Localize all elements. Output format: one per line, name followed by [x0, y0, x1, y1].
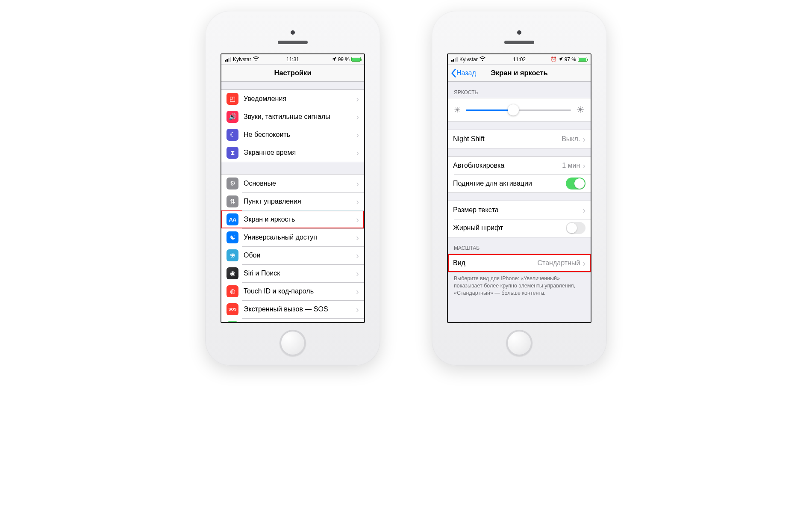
- siri-icon: ◉: [227, 267, 238, 279]
- cell-label: Siri и Поиск: [244, 269, 356, 277]
- cell-general[interactable]: ⚙Основные›: [221, 175, 364, 192]
- toggles-icon: ⇅: [227, 195, 238, 207]
- cell-label: Экран и яркость: [244, 216, 356, 223]
- camera-dot: [291, 30, 295, 35]
- cell-wallpaper[interactable]: ❀Обои›: [221, 246, 364, 264]
- display-settings[interactable]: ЯРКОСТЬ ☀︎ ☀︎ Night Shift Выкл. ›: [448, 82, 591, 322]
- camera-dot: [517, 30, 521, 35]
- chevron-right-icon: ›: [356, 305, 359, 314]
- chevron-right-icon: ›: [356, 233, 359, 242]
- battery-pct: 99 %: [338, 56, 350, 62]
- cell-night-shift[interactable]: Night Shift Выкл. ›: [448, 130, 591, 148]
- carrier-label: Kyivstar: [233, 56, 251, 62]
- cell-touchid[interactable]: ◍Touch ID и код-пароль›: [221, 282, 364, 300]
- back-button[interactable]: Назад: [450, 68, 476, 78]
- chevron-right-icon: ›: [356, 95, 359, 103]
- sun-high-icon: ☀︎: [576, 104, 585, 115]
- cell-bold-text: Жирный шрифт: [448, 219, 591, 237]
- navbar: Настройки: [221, 65, 364, 82]
- chevron-right-icon: ›: [356, 179, 359, 188]
- screen-display-brightness: Kyivstar 11:02 ⏰ 97 % Назад Экран и ярко…: [447, 53, 591, 323]
- page-title: Настройки: [274, 69, 311, 77]
- wifi-icon: [480, 56, 485, 62]
- wifi-icon: [253, 56, 259, 62]
- back-label: Назад: [456, 69, 476, 77]
- cell-screentime[interactable]: ⧗Экранное время›: [221, 144, 364, 162]
- status-bar: Kyivstar 11:02 ⏰ 97 %: [448, 54, 591, 65]
- cell-autolock[interactable]: Автоблокировка 1 мин ›: [448, 157, 591, 175]
- cell-sounds[interactable]: 🔊Звуки, тактильные сигналы›: [221, 108, 364, 126]
- chevron-right-icon: ›: [583, 135, 585, 143]
- chevron-right-icon: ›: [356, 287, 359, 296]
- zoom-header: МАСШТАБ: [448, 237, 591, 254]
- zoom-footer: Выберите вид для iPhone: «Увеличенный» п…: [448, 272, 591, 303]
- cell-label: Не беспокоить: [244, 131, 356, 139]
- iphone-right: Kyivstar 11:02 ⏰ 97 % Назад Экран и ярко…: [432, 11, 607, 366]
- cell-display[interactable]: AAЭкран и яркость›: [221, 210, 364, 228]
- alarm-icon: ⏰: [550, 56, 557, 62]
- page-title: Экран и яркость: [491, 69, 548, 77]
- cell-label: Touch ID и код-пароль: [244, 287, 356, 295]
- navbar: Назад Экран и яркость: [448, 65, 591, 82]
- zoom-label: Вид: [453, 259, 538, 267]
- zoom-value: Стандартный: [538, 259, 580, 267]
- chevron-right-icon: ›: [356, 269, 359, 278]
- chevron-right-icon: ›: [356, 251, 359, 260]
- cell-siri[interactable]: ◉Siri и Поиск›: [221, 264, 364, 282]
- cell-label: Уведомления: [244, 95, 356, 103]
- autolock-value: 1 мин: [562, 162, 580, 169]
- cell-control-center[interactable]: ⇅Пункт управления›: [221, 192, 364, 210]
- cell-battery[interactable]: ▮Аккумулятор›: [221, 318, 364, 322]
- cell-label: Пункт управления: [244, 198, 356, 205]
- chevron-right-icon: ›: [356, 130, 359, 139]
- raise-label: Поднятие для активации: [453, 180, 566, 187]
- square-in-square-icon: ◰: [227, 93, 238, 105]
- sun-low-icon: ☀︎: [454, 105, 461, 115]
- earpiece: [504, 41, 534, 44]
- battery-icon: [351, 57, 361, 62]
- chevron-right-icon: ›: [583, 206, 585, 214]
- night-shift-value: Выкл.: [562, 135, 580, 143]
- brightness-slider[interactable]: [466, 110, 571, 111]
- text-size-label: Размер текста: [453, 206, 583, 214]
- brightness-slider-row: ☀︎ ☀︎: [448, 98, 591, 121]
- battery-icon: ▮: [227, 321, 238, 322]
- cell-label: Обои: [244, 252, 356, 259]
- signal-icon: [225, 57, 231, 62]
- cell-accessibility[interactable]: ☯Универсальный доступ›: [221, 228, 364, 246]
- cell-notifications[interactable]: ◰Уведомления›: [221, 90, 364, 108]
- chevron-right-icon: ›: [583, 161, 585, 170]
- screen-settings: Kyivstar 11:31 99 % Настройки ◰Уведомлен…: [221, 53, 365, 323]
- home-button[interactable]: [279, 330, 306, 356]
- cell-raise-to-wake: Поднятие для активации: [448, 175, 591, 192]
- chevron-right-icon: ›: [356, 215, 359, 224]
- cell-display-zoom[interactable]: Вид Стандартный ›: [448, 254, 591, 272]
- home-button[interactable]: [506, 330, 533, 356]
- bold-switch[interactable]: [566, 222, 585, 234]
- location-icon: [559, 56, 563, 62]
- raise-switch[interactable]: [566, 178, 585, 189]
- battery-icon: [578, 57, 587, 62]
- status-bar: Kyivstar 11:31 99 %: [221, 54, 364, 65]
- bold-label: Жирный шрифт: [453, 224, 566, 232]
- cell-sos[interactable]: SOSЭкстренный вызов — SOS›: [221, 300, 364, 318]
- cell-label: Экранное время: [244, 149, 356, 157]
- sos-icon: SOS: [227, 303, 238, 315]
- cell-dnd[interactable]: ☾Не беспокоить›: [221, 126, 364, 144]
- text-size-icon: AA: [227, 213, 238, 225]
- settings-list[interactable]: ◰Уведомления›🔊Звуки, тактильные сигналы›…: [221, 82, 364, 322]
- iphone-left: Kyivstar 11:31 99 % Настройки ◰Уведомлен…: [205, 11, 380, 366]
- carrier-label: Kyivstar: [459, 56, 478, 62]
- chevron-right-icon: ›: [356, 197, 359, 206]
- signal-icon: [451, 57, 458, 62]
- earpiece: [278, 41, 308, 44]
- brightness-header: ЯРКОСТЬ: [448, 82, 591, 98]
- accessibility-icon: ☯: [227, 231, 238, 243]
- flower-icon: ❀: [227, 249, 238, 261]
- moon-icon: ☾: [227, 129, 238, 141]
- fingerprint-icon: ◍: [227, 285, 238, 297]
- cell-label: Основные: [244, 180, 356, 187]
- cell-text-size[interactable]: Размер текста ›: [448, 201, 591, 219]
- location-icon: [332, 56, 336, 62]
- speaker-icon: 🔊: [227, 111, 238, 123]
